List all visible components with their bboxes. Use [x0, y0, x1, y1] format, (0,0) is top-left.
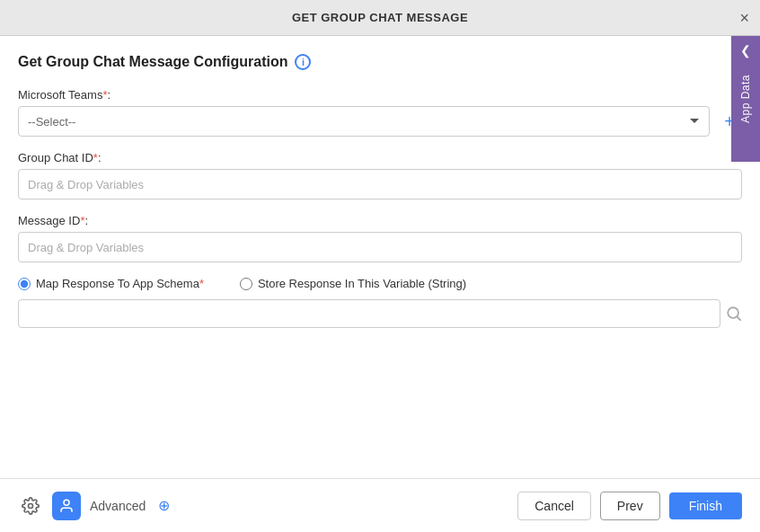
footer-right: Cancel Prev Finish — [517, 492, 742, 520]
svg-point-2 — [29, 503, 33, 508]
cancel-button[interactable]: Cancel — [517, 492, 591, 520]
footer-left: Advanced ⊕ — [18, 492, 170, 520]
info-icon[interactable]: i — [295, 54, 311, 70]
store-response-label: Store Response In This Variable (String) — [258, 277, 466, 290]
gear-icon-button[interactable] — [18, 493, 43, 519]
store-response-option[interactable]: Store Response In This Variable (String) — [240, 277, 466, 290]
footer: Advanced ⊕ Cancel Prev Finish — [0, 478, 760, 532]
group-chat-id-group: Group Chat ID*: — [18, 151, 742, 200]
message-id-group: Message ID*: — [18, 214, 742, 262]
map-response-option[interactable]: Map Response To App Schema* — [18, 277, 204, 290]
main-content: Get Group Chat Message Configuration i M… — [0, 36, 760, 478]
radio-row: Map Response To App Schema* Store Respon… — [18, 277, 742, 290]
finish-button[interactable]: Finish — [669, 492, 742, 519]
group-chat-id-label: Group Chat ID*: — [18, 151, 742, 164]
response-options-group: Map Response To App Schema* Store Respon… — [18, 277, 742, 328]
store-response-radio[interactable] — [240, 278, 252, 290]
microsoft-teams-label: Microsoft Teams*: — [18, 88, 742, 102]
sidebar-arrow-icon: ❮ — [740, 43, 751, 58]
search-input-row — [18, 299, 742, 328]
section-heading: Get Group Chat Message Configuration i — [18, 54, 742, 70]
close-button[interactable]: × — [739, 10, 749, 26]
person-icon — [58, 498, 75, 514]
app-data-sidebar-panel[interactable]: ❮ App Data — [731, 36, 760, 162]
map-response-radio[interactable] — [18, 278, 31, 290]
gear-icon — [22, 497, 40, 515]
prev-button[interactable]: Prev — [600, 492, 660, 520]
microsoft-teams-row: --Select-- + — [18, 106, 742, 137]
map-response-label: Map Response To App Schema* — [36, 277, 204, 290]
modal-title: GET GROUP CHAT MESSAGE — [292, 11, 468, 24]
microsoft-teams-group: Microsoft Teams*: --Select-- + — [18, 88, 742, 137]
app-data-label: App Data — [739, 75, 752, 123]
svg-line-1 — [738, 317, 741, 321]
message-id-input[interactable] — [18, 232, 742, 262]
search-icon-button[interactable] — [726, 306, 742, 322]
title-bar: GET GROUP CHAT MESSAGE × — [0, 0, 760, 36]
advanced-label: Advanced — [90, 499, 146, 513]
search-icon — [726, 306, 742, 322]
response-search-input[interactable] — [18, 299, 720, 328]
advanced-plus-icon[interactable]: ⊕ — [158, 497, 170, 514]
microsoft-teams-select[interactable]: --Select-- — [18, 106, 710, 137]
svg-point-3 — [64, 500, 69, 505]
group-chat-id-input[interactable] — [18, 169, 742, 200]
section-heading-text: Get Group Chat Message Configuration — [18, 54, 287, 70]
modal-container: GET GROUP CHAT MESSAGE × Get Group Chat … — [0, 0, 760, 532]
message-id-label: Message ID*: — [18, 214, 742, 227]
person-icon-button[interactable] — [52, 492, 81, 520]
